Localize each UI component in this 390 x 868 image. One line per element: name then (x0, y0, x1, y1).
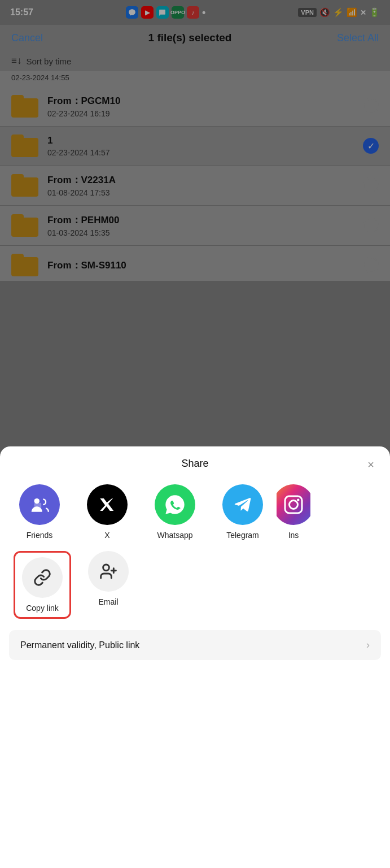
svg-point-4 (297, 499, 300, 502)
share-close-button[interactable]: × (363, 457, 379, 472)
file-name: From：V2231A (47, 173, 354, 186)
file-date: 02-23-2024 16:19 (47, 109, 354, 118)
share-app-whatsapp[interactable]: Whatsapp (141, 484, 209, 540)
file-info: From：SM-S9110 (47, 259, 354, 272)
file-info: From：PGCM10 02-23-2024 16:19 (47, 94, 354, 118)
x-icon (87, 484, 128, 525)
instagram-icon (277, 484, 310, 525)
share-header: Share × (0, 446, 390, 475)
file-date: 01-03-2024 15:35 (47, 228, 354, 237)
svg-point-5 (103, 565, 109, 571)
select-all-button[interactable]: Select All (337, 32, 379, 44)
folder-icon (11, 214, 38, 237)
bluetooth-icon: ⚡ (333, 7, 344, 18)
share-app-x[interactable]: X (73, 484, 141, 540)
sort-icon: ≡↓ (11, 55, 21, 67)
oppo-icon: OPPO (172, 6, 184, 19)
friends-label: Friends (27, 531, 53, 540)
friends-icon (19, 484, 60, 525)
sort-bar[interactable]: ≡↓ Sort by time (0, 51, 390, 71)
file-checkbox-checked[interactable]: ✓ (363, 138, 379, 154)
share-app-friends[interactable]: Friends (6, 484, 73, 540)
folder-icon (11, 95, 38, 118)
email-label: Email (98, 597, 118, 606)
signal-x-icon: ✕ (360, 8, 366, 17)
cancel-button[interactable]: Cancel (11, 32, 43, 44)
file-checkbox[interactable] (363, 177, 379, 193)
file-info: From：V2231A 01-08-2024 17:53 (47, 173, 354, 197)
svg-rect-2 (285, 496, 302, 513)
file-item[interactable]: From：PEHM00 01-03-2024 15:35 (0, 206, 390, 246)
file-name: From：PEHM00 (47, 214, 354, 227)
copy-link-icon (22, 557, 63, 598)
telegram-icon (222, 484, 263, 525)
wifi-icon: 📶 (347, 7, 357, 18)
file-item[interactable]: From：V2231A 01-08-2024 17:53 (0, 166, 390, 206)
status-right-icons: VPN 🔇 ⚡ 📶 ✕ 🔋 (298, 7, 380, 18)
perm-link-arrow-icon: › (366, 639, 370, 651)
file-name: From：PGCM10 (47, 94, 354, 107)
copy-link-label: Copy link (26, 604, 59, 613)
share-actions-row: Copy link Email (0, 545, 390, 624)
file-item[interactable]: From：SM-S9110 (0, 246, 390, 281)
file-date: 01-08-2024 17:53 (47, 188, 354, 197)
chat-icon (156, 6, 169, 19)
x-label: X (104, 531, 109, 540)
mute-icon: 🔇 (319, 7, 330, 18)
dot-indicator: • (202, 7, 205, 19)
battery-icon: 🔋 (369, 7, 380, 18)
instagram-label: Ins (288, 531, 299, 540)
telegram-label: Telegram (226, 531, 259, 540)
file-info: 1 02-23-2024 14:57 (47, 135, 354, 157)
svg-rect-1 (34, 503, 42, 510)
email-button[interactable]: Email (88, 551, 129, 619)
file-name: 1 (47, 135, 354, 146)
file-info: From：PEHM00 01-03-2024 15:35 (47, 214, 354, 237)
folder-icon (11, 134, 38, 157)
file-list: 02-23-2024 14:55 From：PGCM10 02-23-2024 … (0, 71, 390, 281)
file-name: From：SM-S9110 (47, 259, 354, 272)
file-manager-header: Cancel 1 file(s) selected Select All (0, 25, 390, 51)
messenger-icon (126, 6, 138, 19)
share-sheet: Share × Friends (0, 446, 390, 868)
file-item[interactable]: 1 02-23-2024 14:57 ✓ (0, 127, 390, 166)
file-checkbox[interactable] (363, 218, 379, 233)
music-icon: ♪ (187, 6, 199, 19)
status-time: 15:57 (10, 7, 33, 18)
status-bar: 15:57 ▶ OPPO ♪ • VPN 🔇 ⚡ 📶 ✕ 🔋 (0, 0, 390, 25)
perm-link-label: Permanent validity, Public link (20, 640, 139, 650)
date-header: 02-23-2024 14:55 (0, 71, 390, 86)
file-checkbox[interactable] (363, 257, 379, 273)
share-title: Share (181, 458, 208, 470)
svg-point-3 (290, 501, 298, 509)
sort-label: Sort by time (26, 57, 71, 66)
share-apps-row: Friends X Whatsapp (0, 475, 390, 545)
whatsapp-label: Whatsapp (157, 531, 192, 540)
folder-icon (11, 254, 38, 276)
file-checkbox[interactable] (363, 98, 379, 114)
whatsapp-icon (155, 484, 195, 525)
email-icon (88, 551, 129, 592)
share-app-instagram[interactable]: Ins (277, 484, 310, 540)
file-item[interactable]: From：PGCM10 02-23-2024 16:19 (0, 86, 390, 127)
perm-link-button[interactable]: Permanent validity, Public link › (9, 630, 381, 660)
app-icons: ▶ OPPO ♪ • (126, 6, 205, 19)
share-app-telegram[interactable]: Telegram (209, 484, 277, 540)
copy-link-button[interactable]: Copy link (14, 551, 71, 619)
selection-title: 1 file(s) selected (148, 32, 232, 44)
vpn-badge: VPN (298, 8, 317, 17)
file-date: 02-23-2024 14:57 (47, 148, 354, 157)
youtube-icon: ▶ (141, 6, 154, 19)
folder-icon (11, 174, 38, 197)
